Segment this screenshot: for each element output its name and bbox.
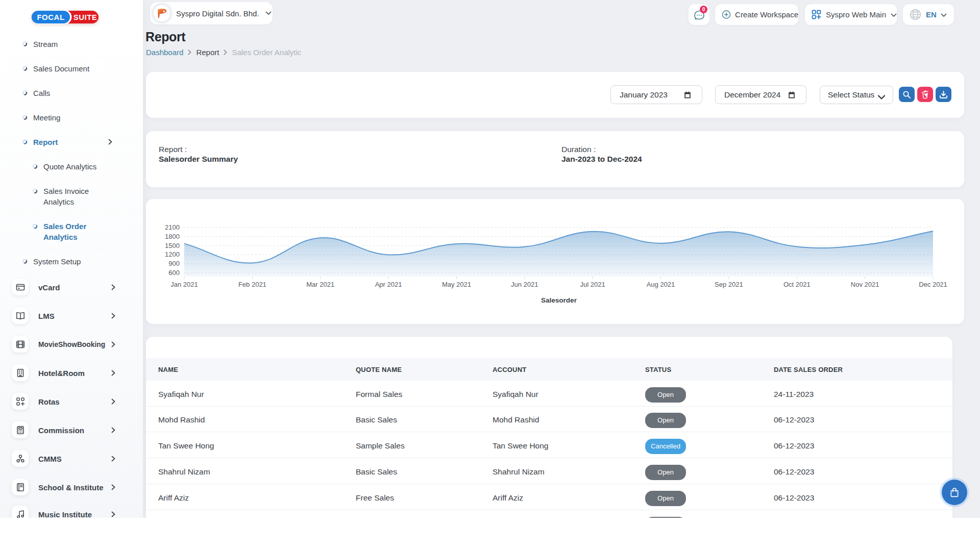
- svg-text:Aug 2021: Aug 2021: [647, 281, 675, 288]
- svg-text:Jan 2021: Jan 2021: [170, 281, 198, 288]
- svg-text:Apr 2021: Apr 2021: [375, 281, 402, 288]
- svg-text:900: 900: [168, 260, 180, 267]
- svg-text:May 2021: May 2021: [442, 281, 471, 288]
- svg-text:Mar 2021: Mar 2021: [306, 281, 334, 288]
- svg-text:1200: 1200: [165, 251, 180, 258]
- svg-text:2100: 2100: [165, 223, 180, 231]
- svg-text:Salesorder: Salesorder: [541, 296, 577, 304]
- svg-text:1500: 1500: [165, 242, 180, 249]
- svg-text:Nov 2021: Nov 2021: [851, 281, 879, 288]
- svg-text:Dec 2021: Dec 2021: [919, 281, 947, 288]
- svg-text:Jul 2021: Jul 2021: [580, 281, 605, 288]
- svg-text:Oct 2021: Oct 2021: [783, 281, 811, 288]
- svg-text:Feb 2021: Feb 2021: [238, 281, 266, 288]
- svg-text:Jun 2021: Jun 2021: [511, 281, 538, 288]
- svg-text:600: 600: [168, 269, 180, 277]
- svg-text:1800: 1800: [165, 233, 180, 240]
- svg-text:Sep 2021: Sep 2021: [715, 281, 743, 288]
